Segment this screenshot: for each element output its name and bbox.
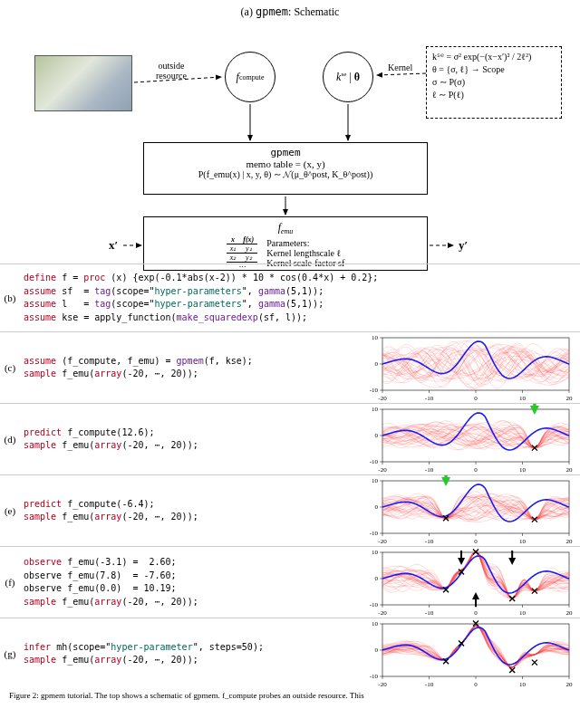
svg-text:-10: -10: [370, 458, 379, 465]
svg-text:20: 20: [566, 395, 574, 402]
svg-line-1: [377, 73, 426, 75]
svg-text:20: 20: [566, 538, 574, 545]
svg-text:0: 0: [474, 466, 478, 474]
svg-text:10: 10: [519, 609, 527, 617]
row-d: (d) predict f_compute(12.6); sample f_em…: [0, 403, 580, 474]
row-c: (c) assume (f_compute, f_emu) = gpmem(f,…: [0, 331, 580, 403]
svg-text:10: 10: [519, 395, 527, 402]
svg-text:0: 0: [375, 360, 379, 368]
caption: Figure 2: gpmem tutorial. The top shows …: [0, 689, 580, 702]
svg-text:0: 0: [474, 609, 478, 617]
svg-text:-20: -20: [378, 538, 387, 545]
svg-text:0: 0: [474, 681, 478, 688]
row-e-label: (e): [0, 505, 20, 516]
row-b-label: (b): [0, 292, 20, 303]
code-c: assume (f_compute, f_emu) = gpmem(f, kse…: [20, 350, 361, 387]
code-rows: (b) define f = proc (x) {exp(-0.1*abs(x-…: [0, 263, 580, 689]
code-g: infer mh(scope="hyper-parameter", steps=…: [20, 636, 361, 673]
title: (a) gpmem: Schematic: [0, 0, 580, 19]
row-f-label: (f): [0, 577, 20, 588]
plot-g: -20-1001020-10010: [361, 618, 575, 689]
plot-e: -20-1001020-10010: [361, 475, 575, 546]
femu-title: femu: [150, 221, 421, 235]
kernel-box: kˢᵉ = σ² exp(−(x−x′)² / 2ℓ²) θ = {σ, ℓ} …: [426, 46, 562, 119]
params-title: Parameters:: [266, 238, 344, 248]
row-e: (e) predict f_compute(-6.4); sample f_em…: [0, 474, 580, 546]
svg-text:-20: -20: [378, 609, 387, 617]
svg-text:-10: -10: [370, 673, 379, 680]
svg-text:-10: -10: [425, 609, 434, 617]
svg-text:10: 10: [372, 406, 379, 413]
plot-c: -20-1001020-10010: [361, 332, 575, 403]
svg-text:10: 10: [372, 334, 379, 341]
fcompute-node: fcompute: [225, 52, 276, 102]
svg-text:-10: -10: [425, 395, 434, 402]
svg-text:20: 20: [566, 681, 574, 688]
svg-text:0: 0: [375, 575, 379, 582]
svg-text:-20: -20: [378, 681, 387, 688]
row-g: (g) infer mh(scope="hyper-parameter", st…: [0, 618, 580, 689]
resource-label: outside resource: [156, 61, 187, 81]
param-1: Kernel lengthscale ℓ: [266, 248, 344, 258]
svg-text:10: 10: [372, 549, 379, 556]
kernel-l3: σ ∼ P(σ): [432, 76, 556, 89]
gpmem-l3: P(f_emu(x) | x, y, θ) ∼ 𝓝(μ_θ^post, K_θ^…: [150, 169, 421, 180]
kernel-l4: ℓ ∼ P(ℓ): [432, 89, 556, 101]
svg-text:0: 0: [474, 395, 478, 402]
svg-text:-20: -20: [378, 395, 387, 402]
femu-box: femu xf(x) x₁y₁ x₂y₂ ⋯ Parameters: Kerne…: [143, 216, 428, 271]
svg-text:-20: -20: [378, 466, 387, 474]
row-g-label: (g): [0, 648, 20, 659]
svg-text:0: 0: [375, 503, 379, 511]
svg-text:10: 10: [519, 681, 527, 688]
row-f: (f) observe f_emu(-3.1) = 2.60; observe …: [0, 546, 580, 618]
svg-text:10: 10: [519, 466, 527, 474]
row-b: (b) define f = proc (x) {exp(-0.1*abs(x-…: [0, 263, 580, 331]
y-out-label: y′: [459, 238, 468, 253]
svg-text:0: 0: [375, 432, 379, 439]
kernel-l2: θ = {σ, ℓ} → Scope: [432, 63, 556, 76]
svg-text:10: 10: [372, 477, 379, 484]
row-d-label: (d): [0, 434, 20, 445]
row-c-label: (c): [0, 362, 20, 373]
gpmem-title: gpmem: [150, 147, 421, 158]
plot-d: -20-1001020-10010: [361, 404, 575, 474]
kse-node: kse | θ: [323, 52, 373, 102]
schematic: outside resource Kernel fcompute kse | θ…: [0, 19, 580, 263]
svg-text:20: 20: [566, 466, 574, 474]
datacenter-image: [34, 55, 132, 111]
svg-text:-10: -10: [425, 681, 434, 688]
gpmem-box: gpmem memo table = (x, y) P(f_emu(x) | x…: [143, 142, 428, 195]
svg-text:-10: -10: [425, 466, 434, 474]
x-in-label: x′: [109, 238, 118, 253]
code-e: predict f_compute(-6.4); sample f_emu(ar…: [20, 493, 361, 530]
svg-text:-10: -10: [370, 601, 379, 608]
code-d: predict f_compute(12.6); sample f_emu(ar…: [20, 421, 361, 458]
kernel-l1: kˢᵉ = σ² exp(−(x−x′)² / 2ℓ²): [432, 51, 556, 63]
svg-text:-10: -10: [370, 387, 379, 394]
svg-text:0: 0: [375, 647, 379, 654]
gpmem-l2: memo table = (x, y): [150, 158, 421, 169]
svg-text:-10: -10: [425, 538, 434, 545]
svg-text:10: 10: [372, 620, 379, 627]
svg-text:10: 10: [519, 538, 527, 545]
code-f: observe f_emu(-3.1) = 2.60; observe f_em…: [20, 551, 361, 614]
svg-text:20: 20: [566, 609, 574, 617]
svg-text:0: 0: [474, 538, 478, 545]
kernel-arrow-label: Kernel: [388, 62, 412, 72]
code-b: define f = proc (x) {exp(-0.1*abs(x-2)) …: [20, 264, 580, 331]
plot-f: -20-1001020-10010: [361, 547, 575, 618]
svg-text:-10: -10: [370, 530, 379, 537]
